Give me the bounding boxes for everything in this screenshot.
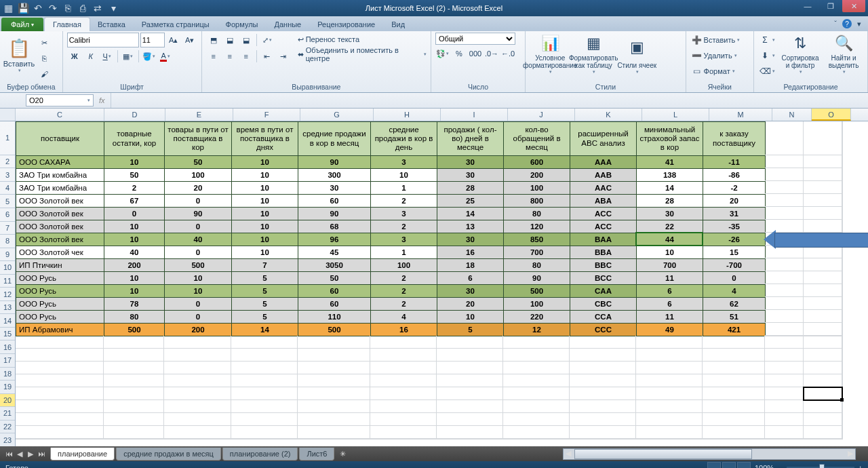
- row-header[interactable]: 21: [0, 407, 15, 421]
- align-top-icon[interactable]: ⬒: [206, 33, 221, 47]
- cell[interactable]: 22: [637, 220, 703, 233]
- help-icon[interactable]: ?: [842, 19, 852, 28]
- cell[interactable]: 30: [298, 182, 371, 195]
- clear-icon[interactable]: ⌫▾: [758, 64, 776, 79]
- col-header[interactable]: E: [165, 109, 233, 121]
- cell[interactable]: 200: [165, 324, 232, 336]
- row-header[interactable]: 11: [0, 275, 15, 288]
- col-header[interactable]: O: [812, 109, 851, 121]
- cell[interactable]: 62: [703, 298, 766, 311]
- cell[interactable]: 90: [298, 208, 371, 220]
- minimize-button[interactable]: —: [796, 0, 819, 12]
- qat-dropdown-icon[interactable]: ▾: [108, 3, 119, 14]
- cell[interactable]: 31: [703, 208, 766, 220]
- col-header[interactable]: L: [642, 109, 709, 121]
- cell[interactable]: BAA: [570, 233, 637, 246]
- quick-access-toolbar[interactable]: ▦ 💾 ↶ ↷ ⎘ ⎙ ⇄ ▾: [3, 3, 119, 14]
- number-format-combo[interactable]: Общий: [435, 33, 515, 45]
- cell[interactable]: 10: [637, 246, 703, 259]
- col-header[interactable]: N: [772, 109, 812, 121]
- row-header[interactable]: 14: [0, 314, 15, 328]
- col-header[interactable]: M: [709, 109, 772, 121]
- close-button[interactable]: ✕: [842, 0, 865, 12]
- cell[interactable]: 0: [165, 246, 232, 259]
- paste-button[interactable]: 📋Вставить▾: [4, 33, 34, 77]
- cell[interactable]: 300: [298, 169, 371, 182]
- cell[interactable]: 2: [371, 298, 437, 311]
- formula-input[interactable]: [111, 93, 868, 108]
- cell[interactable]: 6: [437, 272, 504, 285]
- cell[interactable]: BBC: [570, 259, 637, 272]
- cell[interactable]: 2: [104, 182, 165, 195]
- row-header[interactable]: 9: [0, 248, 15, 262]
- conditional-formatting-button[interactable]: 📊Условное форматирование▾: [530, 33, 570, 75]
- row-header[interactable]: 18: [0, 368, 15, 381]
- cell[interactable]: 10: [232, 156, 298, 169]
- table-header[interactable]: к заказу поставщику: [703, 122, 766, 156]
- decrease-decimal-icon[interactable]: ←.0: [500, 46, 515, 61]
- cell[interactable]: 700: [504, 246, 570, 259]
- cell[interactable]: 30: [437, 285, 504, 298]
- font-size-combo[interactable]: [140, 33, 165, 47]
- cell[interactable]: 80: [104, 311, 165, 324]
- cell[interactable]: 3: [371, 233, 437, 246]
- table-header[interactable]: минимальный страховой запас в кор: [637, 122, 703, 156]
- cell[interactable]: ООО Русь: [16, 311, 104, 324]
- cell[interactable]: 45: [298, 246, 371, 259]
- cell[interactable]: ООО САХАРА: [16, 156, 104, 169]
- italic-icon[interactable]: К: [83, 49, 98, 64]
- row-header[interactable]: 3: [0, 168, 15, 182]
- cell[interactable]: ЗАО Три комбайна: [16, 169, 104, 182]
- qat-icon[interactable]: ⎘: [62, 3, 73, 14]
- cell[interactable]: 90: [504, 272, 570, 285]
- view-buttons[interactable]: [706, 462, 751, 468]
- wrap-text-button[interactable]: ↩Перенос текста: [298, 33, 427, 46]
- table-header[interactable]: товарные остатки, кор: [104, 122, 165, 156]
- cell[interactable]: 10: [165, 272, 232, 285]
- cell[interactable]: 67: [104, 195, 165, 208]
- orientation-icon[interactable]: ⤢▾: [260, 33, 275, 47]
- cell[interactable]: 60: [298, 298, 371, 311]
- cell[interactable]: 1: [371, 182, 437, 195]
- cell[interactable]: -35: [703, 220, 766, 233]
- ribbon-tab-5[interactable]: Рецензирование: [309, 18, 383, 31]
- cell[interactable]: 3050: [298, 259, 371, 272]
- cell[interactable]: ООО Золотой век: [16, 208, 104, 220]
- cell[interactable]: 10: [104, 220, 165, 233]
- cell[interactable]: 10: [232, 195, 298, 208]
- cell[interactable]: 14: [437, 208, 504, 220]
- cell[interactable]: 5: [232, 298, 298, 311]
- cell[interactable]: 25: [437, 195, 504, 208]
- ribbon-minimize-icon[interactable]: ˇ: [834, 20, 837, 28]
- cell[interactable]: 10: [232, 233, 298, 246]
- table-header[interactable]: кол-во обращений в месяц: [504, 122, 570, 156]
- cell[interactable]: 100: [504, 298, 570, 311]
- format-painter-icon[interactable]: 🖌: [37, 66, 52, 81]
- cell[interactable]: 120: [504, 220, 570, 233]
- last-sheet-icon[interactable]: ⏭: [37, 450, 46, 459]
- cut-icon[interactable]: ✂: [37, 35, 52, 50]
- ribbon-options-icon[interactable]: ▾: [857, 20, 861, 28]
- fx-icon[interactable]: fx: [99, 96, 105, 104]
- cell[interactable]: 6: [637, 298, 703, 311]
- merge-center-button[interactable]: ⬌Объединить и поместить в центре▾: [298, 47, 427, 61]
- align-center-icon[interactable]: ≡: [222, 49, 237, 64]
- file-tab[interactable]: Файл▾: [1, 18, 43, 31]
- row-header[interactable]: 10: [0, 261, 15, 275]
- cell[interactable]: ООО Русь: [16, 298, 104, 311]
- cell-styles-button[interactable]: ▣Стили ячеек▾: [616, 33, 657, 75]
- cell[interactable]: CBC: [570, 298, 637, 311]
- cell[interactable]: 40: [165, 233, 232, 246]
- cell[interactable]: 2: [371, 220, 437, 233]
- cell[interactable]: 11: [637, 311, 703, 324]
- border-icon[interactable]: ▦▾: [121, 49, 136, 64]
- cell[interactable]: 10: [232, 169, 298, 182]
- decrease-indent-icon[interactable]: ⇤: [260, 49, 275, 64]
- cell[interactable]: 6: [637, 285, 703, 298]
- active-cell[interactable]: [803, 387, 843, 401]
- cell[interactable]: 41: [637, 156, 703, 169]
- cell[interactable]: 3: [371, 156, 437, 169]
- align-left-icon[interactable]: ≡: [206, 49, 221, 64]
- cell[interactable]: -2: [703, 182, 766, 195]
- cell[interactable]: -11: [703, 156, 766, 169]
